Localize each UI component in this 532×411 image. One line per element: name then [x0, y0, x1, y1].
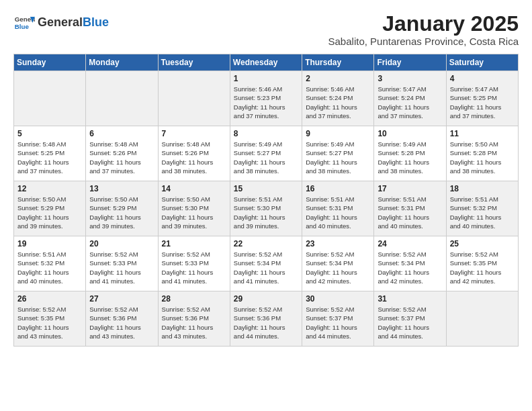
day-number: 22 [234, 239, 298, 248]
table-row: 20Sunrise: 5:52 AMSunset: 5:33 PMDayligh… [86, 236, 158, 291]
day-info: Sunrise: 5:51 AMSunset: 5:31 PMDaylight:… [378, 195, 442, 230]
day-number: 10 [378, 129, 442, 138]
day-info: Sunrise: 5:48 AMSunset: 5:25 PMDaylight:… [17, 140, 82, 175]
col-thursday: Thursday [302, 54, 374, 71]
table-row: 12Sunrise: 5:50 AMSunset: 5:29 PMDayligh… [14, 181, 86, 236]
table-row: 21Sunrise: 5:52 AMSunset: 5:33 PMDayligh… [158, 236, 230, 291]
table-row [14, 71, 86, 126]
logo-icon: General Blue [13, 12, 35, 34]
col-saturday: Saturday [446, 54, 518, 71]
table-row: 18Sunrise: 5:51 AMSunset: 5:32 PMDayligh… [446, 181, 518, 236]
day-number: 6 [89, 129, 154, 138]
day-info: Sunrise: 5:52 AMSunset: 5:33 PMDaylight:… [162, 250, 226, 285]
col-monday: Monday [86, 54, 158, 71]
calendar-week-row: 5Sunrise: 5:48 AMSunset: 5:25 PMDaylight… [14, 126, 519, 181]
day-info: Sunrise: 5:51 AMSunset: 5:31 PMDaylight:… [306, 195, 370, 230]
calendar-week-row: 12Sunrise: 5:50 AMSunset: 5:29 PMDayligh… [14, 181, 519, 236]
day-info: Sunrise: 5:52 AMSunset: 5:36 PMDaylight:… [89, 305, 154, 340]
calendar-week-row: 26Sunrise: 5:52 AMSunset: 5:35 PMDayligh… [14, 291, 519, 347]
table-row [446, 291, 518, 347]
logo-general-text: General [38, 15, 83, 29]
table-row: 14Sunrise: 5:50 AMSunset: 5:30 PMDayligh… [158, 181, 230, 236]
table-row: 30Sunrise: 5:52 AMSunset: 5:37 PMDayligh… [302, 291, 374, 347]
calendar-header-row: Sunday Monday Tuesday Wednesday Thursday… [14, 54, 519, 71]
title-block: January 2025 Sabalito, Puntarenas Provin… [328, 12, 519, 47]
table-row: 8Sunrise: 5:49 AMSunset: 5:27 PMDaylight… [230, 126, 302, 181]
day-info: Sunrise: 5:52 AMSunset: 5:35 PMDaylight:… [450, 250, 515, 285]
day-number: 17 [378, 184, 442, 193]
table-row: 11Sunrise: 5:50 AMSunset: 5:28 PMDayligh… [446, 126, 518, 181]
day-number: 20 [89, 239, 154, 248]
day-number: 31 [378, 294, 442, 304]
day-info: Sunrise: 5:47 AMSunset: 5:24 PMDaylight:… [378, 85, 442, 120]
day-info: Sunrise: 5:47 AMSunset: 5:25 PMDaylight:… [450, 85, 515, 120]
day-info: Sunrise: 5:46 AMSunset: 5:24 PMDaylight:… [306, 85, 370, 120]
table-row [158, 71, 230, 126]
table-row: 22Sunrise: 5:52 AMSunset: 5:34 PMDayligh… [230, 236, 302, 291]
col-friday: Friday [374, 54, 446, 71]
day-info: Sunrise: 5:52 AMSunset: 5:37 PMDaylight:… [306, 305, 370, 340]
day-info: Sunrise: 5:51 AMSunset: 5:32 PMDaylight:… [17, 250, 82, 285]
day-info: Sunrise: 5:52 AMSunset: 5:34 PMDaylight:… [306, 250, 370, 285]
day-number: 26 [17, 294, 82, 304]
day-info: Sunrise: 5:50 AMSunset: 5:29 PMDaylight:… [89, 195, 154, 230]
day-number: 3 [378, 74, 442, 83]
day-info: Sunrise: 5:49 AMSunset: 5:27 PMDaylight:… [306, 140, 370, 175]
logo: General Blue GeneralBlue [13, 12, 109, 34]
page: General Blue GeneralBlue January 2025 Sa… [0, 0, 532, 359]
day-info: Sunrise: 5:50 AMSunset: 5:28 PMDaylight:… [450, 140, 515, 175]
table-row: 1Sunrise: 5:46 AMSunset: 5:23 PMDaylight… [230, 71, 302, 126]
day-number: 23 [306, 239, 370, 248]
day-number: 19 [17, 239, 82, 248]
day-info: Sunrise: 5:48 AMSunset: 5:26 PMDaylight:… [162, 140, 226, 175]
table-row: 25Sunrise: 5:52 AMSunset: 5:35 PMDayligh… [446, 236, 518, 291]
month-title: January 2025 [328, 12, 519, 36]
table-row: 15Sunrise: 5:51 AMSunset: 5:30 PMDayligh… [230, 181, 302, 236]
day-number: 4 [450, 74, 515, 83]
col-tuesday: Tuesday [158, 54, 230, 71]
day-info: Sunrise: 5:52 AMSunset: 5:37 PMDaylight:… [378, 305, 442, 340]
day-number: 9 [306, 129, 370, 138]
day-info: Sunrise: 5:52 AMSunset: 5:36 PMDaylight:… [162, 305, 226, 340]
day-info: Sunrise: 5:52 AMSunset: 5:33 PMDaylight:… [89, 250, 154, 285]
location-title: Sabalito, Puntarenas Province, Costa Ric… [328, 36, 519, 47]
day-info: Sunrise: 5:52 AMSunset: 5:36 PMDaylight:… [234, 305, 298, 340]
day-number: 2 [306, 74, 370, 83]
table-row: 24Sunrise: 5:52 AMSunset: 5:34 PMDayligh… [374, 236, 446, 291]
table-row: 9Sunrise: 5:49 AMSunset: 5:27 PMDaylight… [302, 126, 374, 181]
table-row: 6Sunrise: 5:48 AMSunset: 5:26 PMDaylight… [86, 126, 158, 181]
day-info: Sunrise: 5:48 AMSunset: 5:26 PMDaylight:… [89, 140, 154, 175]
col-wednesday: Wednesday [230, 54, 302, 71]
table-row: 10Sunrise: 5:49 AMSunset: 5:28 PMDayligh… [374, 126, 446, 181]
table-row: 2Sunrise: 5:46 AMSunset: 5:24 PMDaylight… [302, 71, 374, 126]
svg-text:Blue: Blue [15, 23, 30, 30]
day-number: 30 [306, 294, 370, 304]
table-row: 29Sunrise: 5:52 AMSunset: 5:36 PMDayligh… [230, 291, 302, 347]
day-number: 15 [234, 184, 298, 193]
day-info: Sunrise: 5:49 AMSunset: 5:27 PMDaylight:… [234, 140, 298, 175]
table-row: 3Sunrise: 5:47 AMSunset: 5:24 PMDaylight… [374, 71, 446, 126]
day-number: 27 [89, 294, 154, 304]
header: General Blue GeneralBlue January 2025 Sa… [13, 12, 519, 47]
logo-blue-text: Blue [83, 15, 109, 29]
table-row: 27Sunrise: 5:52 AMSunset: 5:36 PMDayligh… [86, 291, 158, 347]
day-number: 24 [378, 239, 442, 248]
day-info: Sunrise: 5:52 AMSunset: 5:34 PMDaylight:… [378, 250, 442, 285]
day-number: 14 [162, 184, 226, 193]
day-number: 16 [306, 184, 370, 193]
day-info: Sunrise: 5:50 AMSunset: 5:30 PMDaylight:… [162, 195, 226, 230]
day-number: 1 [234, 74, 298, 83]
day-info: Sunrise: 5:51 AMSunset: 5:30 PMDaylight:… [234, 195, 298, 230]
table-row: 26Sunrise: 5:52 AMSunset: 5:35 PMDayligh… [14, 291, 86, 347]
table-row: 7Sunrise: 5:48 AMSunset: 5:26 PMDaylight… [158, 126, 230, 181]
calendar-table: Sunday Monday Tuesday Wednesday Thursday… [13, 54, 519, 347]
table-row: 4Sunrise: 5:47 AMSunset: 5:25 PMDaylight… [446, 71, 518, 126]
day-info: Sunrise: 5:46 AMSunset: 5:23 PMDaylight:… [234, 85, 298, 120]
day-number: 11 [450, 129, 515, 138]
day-info: Sunrise: 5:52 AMSunset: 5:35 PMDaylight:… [17, 305, 82, 340]
table-row: 31Sunrise: 5:52 AMSunset: 5:37 PMDayligh… [374, 291, 446, 347]
col-sunday: Sunday [14, 54, 86, 71]
day-number: 18 [450, 184, 515, 193]
table-row: 13Sunrise: 5:50 AMSunset: 5:29 PMDayligh… [86, 181, 158, 236]
day-number: 12 [17, 184, 82, 193]
